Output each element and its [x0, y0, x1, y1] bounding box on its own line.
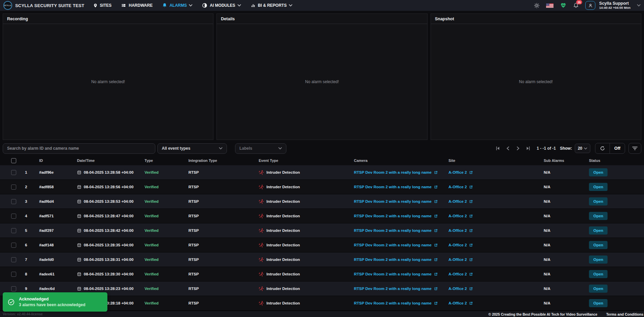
external-link-icon[interactable] — [469, 214, 473, 218]
status-open-button[interactable]: Open — [589, 168, 608, 176]
nav-item-ai-modules[interactable]: AI MODULES — [202, 3, 241, 8]
camera-link[interactable]: RTSP Dev Room 2 with a really long name — [354, 214, 432, 218]
labels-select[interactable]: Labels — [235, 143, 286, 154]
row-checkbox[interactable] — [11, 185, 16, 190]
camera-link[interactable]: RTSP Dev Room 2 with a really long name — [354, 185, 432, 189]
table-row[interactable]: 6 #adf148 08-04-2025 13:28:35 +04:00 Ver… — [0, 238, 644, 252]
external-link-icon[interactable] — [469, 200, 473, 203]
refresh-button[interactable] — [595, 143, 610, 153]
site-link[interactable]: A-Office 2 — [448, 170, 467, 174]
external-link-icon[interactable] — [469, 171, 473, 174]
row-checkbox[interactable] — [11, 199, 16, 204]
camera-link[interactable]: RTSP Dev Room 2 with a really long name — [354, 199, 432, 203]
previous-page-button[interactable] — [503, 144, 513, 153]
site-link[interactable]: A-Office 2 — [448, 228, 467, 233]
row-checkbox[interactable] — [11, 257, 16, 262]
next-page-button[interactable] — [513, 144, 523, 153]
camera-link[interactable]: RTSP Dev Room 2 with a really long name — [354, 301, 432, 305]
status-open-button[interactable]: Open — [589, 197, 608, 205]
notifications-bell-icon[interactable]: 25 — [573, 2, 579, 8]
camera-link[interactable]: RTSP Dev Room 2 with a really long name — [354, 287, 432, 291]
user-menu-chevron-icon[interactable] — [637, 4, 641, 7]
last-page-button[interactable] — [523, 144, 533, 153]
event-type-select[interactable]: All event types — [157, 143, 227, 154]
row-checkbox[interactable] — [11, 286, 16, 291]
camera-link[interactable]: RTSP Dev Room 2 with a really long name — [354, 170, 432, 174]
site-link[interactable]: A-Office 2 — [448, 272, 467, 276]
theme-toggle-sun-icon[interactable] — [534, 3, 540, 8]
site-link[interactable]: A-Office 2 — [448, 301, 467, 305]
external-link-icon[interactable] — [434, 171, 438, 174]
status-open-button[interactable]: Open — [589, 299, 608, 307]
table-row[interactable]: 8 #adee61 08-04-2025 13:28:30 +04:00 Ver… — [0, 267, 644, 282]
filter-button[interactable] — [628, 143, 641, 154]
table-body: 1 #adf96e 08-04-2025 13:28:58 +04:00 Ver… — [0, 165, 644, 311]
external-link-icon[interactable] — [434, 243, 438, 247]
row-number: 1 — [19, 170, 38, 174]
auto-refresh-off-button[interactable]: Off — [610, 143, 625, 153]
first-page-button[interactable] — [493, 144, 503, 153]
acknowledged-toast[interactable]: Acknowledged 3 alarms have been acknowle… — [3, 292, 107, 312]
row-checkbox[interactable] — [11, 272, 16, 277]
nav-item-alarms[interactable]: ALARMS — [162, 3, 192, 8]
nav-item-sites[interactable]: SITES — [93, 3, 112, 8]
table-row[interactable]: 7 #adefd0 08-04-2025 13:28:31 +04:00 Ver… — [0, 252, 644, 267]
external-link-icon[interactable] — [469, 301, 473, 305]
select-all-checkbox[interactable] — [11, 158, 16, 163]
external-link-icon[interactable] — [434, 200, 438, 203]
site-link[interactable]: A-Office 2 — [448, 214, 467, 218]
external-link-icon[interactable] — [469, 287, 473, 291]
row-checkbox[interactable] — [11, 243, 16, 248]
terms-link[interactable]: Terms and Conditions — [606, 312, 643, 316]
external-link-icon[interactable] — [434, 258, 438, 262]
external-link-icon[interactable] — [469, 243, 473, 247]
status-open-button[interactable]: Open — [589, 183, 608, 191]
status-open-button[interactable]: Open — [589, 285, 608, 293]
nav-label: ALARMS — [170, 3, 187, 8]
table-row[interactable]: 5 #adf297 08-04-2025 13:28:42 +04:00 Ver… — [0, 223, 644, 238]
table-row[interactable]: 4 #adf571 08-04-2025 13:28:47 +04:00 Ver… — [0, 209, 644, 223]
camera-link[interactable]: RTSP Dev Room 2 with a really long name — [354, 228, 432, 233]
nav-item-hardware[interactable]: HARDWARE — [121, 3, 153, 8]
status-open-button[interactable]: Open — [589, 212, 608, 220]
type-header: Type — [143, 158, 187, 163]
external-link-icon[interactable] — [434, 287, 438, 291]
external-link-icon[interactable] — [434, 214, 438, 218]
table-row[interactable]: 1 #adf96e 08-04-2025 13:28:58 +04:00 Ver… — [0, 165, 644, 180]
status-open-button[interactable]: Open — [589, 226, 608, 235]
row-checkbox[interactable] — [11, 214, 16, 219]
user-avatar-button[interactable] — [585, 1, 595, 10]
status-header: Status — [588, 158, 644, 163]
site-link[interactable]: A-Office 2 — [448, 199, 467, 203]
site-link[interactable]: A-Office 2 — [448, 185, 467, 189]
nav-item-bi-reports[interactable]: BI & REPORTS — [251, 3, 292, 8]
row-checkbox[interactable] — [11, 170, 16, 175]
row-checkbox[interactable] — [11, 228, 16, 233]
table-row[interactable]: 2 #adf858 08-04-2025 13:28:56 +04:00 Ver… — [0, 180, 644, 194]
site-link[interactable]: A-Office 2 — [448, 287, 467, 291]
external-link-icon[interactable] — [469, 229, 473, 233]
external-link-icon[interactable] — [434, 185, 438, 189]
camera-link[interactable]: RTSP Dev Room 2 with a really long name — [354, 258, 432, 262]
scylla-logo[interactable]: SCYLLA — [3, 1, 12, 10]
status-open-button[interactable]: Open — [589, 241, 608, 249]
external-link-icon[interactable] — [469, 185, 473, 189]
external-link-icon[interactable] — [434, 229, 438, 233]
search-input[interactable] — [3, 143, 155, 154]
status-open-button[interactable]: Open — [589, 270, 608, 278]
camera-link[interactable]: RTSP Dev Room 2 with a really long name — [354, 243, 432, 247]
event-type: Intruder Detection — [266, 287, 300, 291]
language-flag-icon[interactable] — [546, 3, 553, 8]
site-link[interactable]: A-Office 2 — [448, 243, 467, 247]
site-link[interactable]: A-Office 2 — [448, 258, 467, 262]
page-size-select[interactable]: 20 — [575, 144, 590, 153]
table-row[interactable]: 3 #adf6d4 08-04-2025 13:28:53 +04:00 Ver… — [0, 194, 644, 209]
camera-link[interactable]: RTSP Dev Room 2 with a really long name — [354, 272, 432, 276]
status-open-button[interactable]: Open — [589, 255, 608, 264]
health-status-heart-icon[interactable] — [560, 2, 567, 8]
row-number: 9 — [19, 287, 38, 291]
external-link-icon[interactable] — [434, 272, 438, 276]
external-link-icon[interactable] — [469, 258, 473, 262]
external-link-icon[interactable] — [469, 272, 473, 276]
external-link-icon[interactable] — [434, 301, 438, 305]
